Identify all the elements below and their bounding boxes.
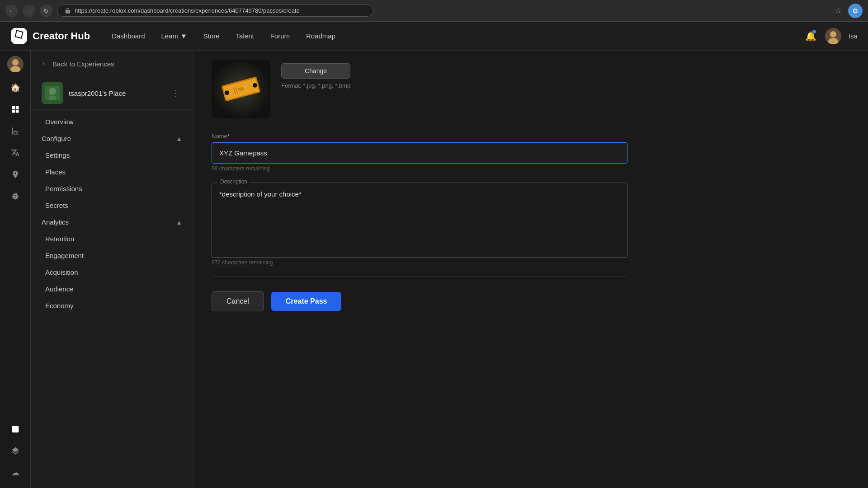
description-textarea[interactable]: *description of your choice* bbox=[212, 183, 627, 255]
nav-learn[interactable]: Learn ▼ bbox=[154, 28, 194, 43]
back-arrow-icon: ← bbox=[42, 60, 49, 68]
sidebar-item-acquisition[interactable]: Acquisition bbox=[31, 264, 193, 281]
notifications-btn[interactable]: 🔔 bbox=[803, 29, 818, 43]
lock-icon bbox=[65, 8, 71, 14]
sidebar-item-retention[interactable]: Retention bbox=[31, 230, 193, 247]
sidebar-item-places[interactable]: Places bbox=[31, 164, 193, 180]
name-chars-remaining: 38 characters remaining bbox=[212, 165, 627, 172]
description-chars-remaining: 972 characters remaining bbox=[212, 259, 627, 266]
nav-dashboard[interactable]: Dashboard bbox=[104, 28, 152, 43]
roblox-logo-svg bbox=[13, 30, 25, 42]
sidebar-item-settings[interactable]: Settings bbox=[31, 147, 193, 164]
logo-area: Creator Hub bbox=[11, 28, 90, 44]
sidebar-icon-bug[interactable] bbox=[5, 186, 25, 206]
nav-roadmap[interactable]: Roadmap bbox=[299, 28, 343, 43]
image-preview bbox=[212, 60, 270, 118]
browser-profile-avatar[interactable]: G bbox=[848, 4, 863, 18]
main-content: Change Format: *.jpg, *.png, *.bmp Name*… bbox=[193, 51, 868, 488]
sidebar-icon-translate[interactable] bbox=[5, 143, 25, 163]
url-text: https://create.roblox.com/dashboard/crea… bbox=[75, 7, 300, 14]
format-hint-text: Format: *.jpg, *.png, *.bmp bbox=[281, 82, 350, 89]
nav-items: Dashboard Learn ▼ Store Talent Forum Roa… bbox=[104, 28, 803, 43]
image-controls: Change Format: *.jpg, *.png, *.bmp bbox=[281, 60, 350, 89]
left-sidebar: ← Back to Experiences tsaspr2001's Place… bbox=[31, 51, 193, 488]
svg-rect-8 bbox=[12, 426, 19, 433]
browser-actions: ☆ G bbox=[832, 4, 863, 18]
sidebar-icon-home[interactable]: 🏠 bbox=[5, 78, 25, 98]
place-name-text: tsaspr2001's Place bbox=[69, 89, 164, 97]
icon-sidebar: 🏠 ☁ bbox=[0, 51, 31, 488]
logo-text: Creator Hub bbox=[33, 30, 90, 42]
name-field-label: Name* bbox=[212, 133, 627, 140]
name-input[interactable] bbox=[212, 143, 627, 163]
name-field-container: Name* 38 characters remaining bbox=[212, 133, 627, 172]
nav-talent[interactable]: Talent bbox=[229, 28, 261, 43]
sidebar-item-secrets[interactable]: Secrets bbox=[31, 197, 193, 214]
place-menu-btn[interactable]: ⋮ bbox=[170, 87, 182, 99]
sidebar-item-economy[interactable]: Economy bbox=[31, 297, 193, 314]
sidebar-item-overview[interactable]: Overview bbox=[31, 113, 193, 130]
top-nav: Creator Hub Dashboard Learn ▼ Store Tale… bbox=[0, 22, 868, 51]
sidebar-item-engagement[interactable]: Engagement bbox=[31, 247, 193, 264]
gamepass-image-svg bbox=[212, 60, 270, 118]
svg-point-11 bbox=[49, 88, 56, 95]
action-buttons: Cancel Create Pass bbox=[212, 291, 627, 311]
description-field-label: Description bbox=[217, 178, 250, 185]
svg-point-6 bbox=[12, 59, 19, 66]
analytics-chevron-icon: ▲ bbox=[176, 219, 182, 226]
logo-icon bbox=[11, 28, 27, 44]
svg-rect-12 bbox=[49, 96, 56, 100]
browser-refresh-btn[interactable]: ↻ bbox=[40, 5, 52, 17]
user-name-text: tsa bbox=[849, 33, 857, 40]
form-divider bbox=[212, 277, 627, 277]
browser-chrome: ← → ↻ https://create.roblox.com/dashboar… bbox=[0, 0, 868, 22]
place-thumbnail bbox=[42, 82, 63, 104]
place-item: tsaspr2001's Place ⋮ bbox=[31, 77, 193, 110]
url-bar[interactable]: https://create.roblox.com/dashboard/crea… bbox=[57, 5, 373, 17]
sidebar-icon-chart[interactable] bbox=[5, 121, 25, 141]
image-section: Change Format: *.jpg, *.png, *.bmp bbox=[212, 60, 627, 118]
name-input-wrapper bbox=[212, 142, 627, 164]
back-to-experiences-link[interactable]: ← Back to Experiences bbox=[31, 51, 193, 77]
user-avatar[interactable] bbox=[825, 28, 841, 44]
user-avatar-img bbox=[825, 28, 841, 44]
sidebar-icon-cloud[interactable]: ☁ bbox=[5, 463, 25, 483]
sidebar-icon-user[interactable] bbox=[5, 56, 25, 76]
sidebar-icon-dashboard[interactable] bbox=[5, 99, 25, 119]
sidebar-configure-header[interactable]: Configure ▲ bbox=[31, 130, 193, 147]
configure-chevron-icon: ▲ bbox=[176, 135, 182, 142]
notification-dot bbox=[812, 30, 816, 33]
nav-store[interactable]: Store bbox=[196, 28, 227, 43]
bookmark-btn[interactable]: ☆ bbox=[832, 5, 844, 17]
svg-point-3 bbox=[830, 31, 836, 38]
sidebar-icon-location[interactable] bbox=[5, 164, 25, 184]
change-image-btn[interactable]: Change bbox=[281, 63, 350, 79]
browser-forward-btn[interactable]: → bbox=[23, 5, 35, 17]
sidebar-icon-roblox-logo[interactable] bbox=[5, 419, 25, 439]
main-layout: 🏠 ☁ ← Back to Experiences bbox=[0, 51, 868, 488]
nav-forum[interactable]: Forum bbox=[263, 28, 297, 43]
cancel-button[interactable]: Cancel bbox=[212, 291, 264, 311]
learn-chevron-icon: ▼ bbox=[180, 32, 187, 40]
browser-back-btn[interactable]: ← bbox=[5, 5, 18, 17]
sidebar-nav: Overview Configure ▲ Settings Places Per… bbox=[31, 110, 193, 318]
create-pass-button[interactable]: Create Pass bbox=[271, 292, 342, 311]
nav-right: 🔔 tsa bbox=[803, 28, 857, 44]
sidebar-user-avatar bbox=[7, 56, 24, 72]
sidebar-icon-layers[interactable] bbox=[5, 441, 25, 461]
sidebar-item-permissions[interactable]: Permissions bbox=[31, 180, 193, 197]
description-field-container: Description *description of your choice*… bbox=[212, 183, 627, 266]
sidebar-analytics-header[interactable]: Analytics ▲ bbox=[31, 214, 193, 230]
content-inner: Change Format: *.jpg, *.png, *.bmp Name*… bbox=[193, 51, 646, 329]
description-wrapper: Description *description of your choice* bbox=[212, 183, 627, 258]
sidebar-item-audience[interactable]: Audience bbox=[31, 281, 193, 297]
